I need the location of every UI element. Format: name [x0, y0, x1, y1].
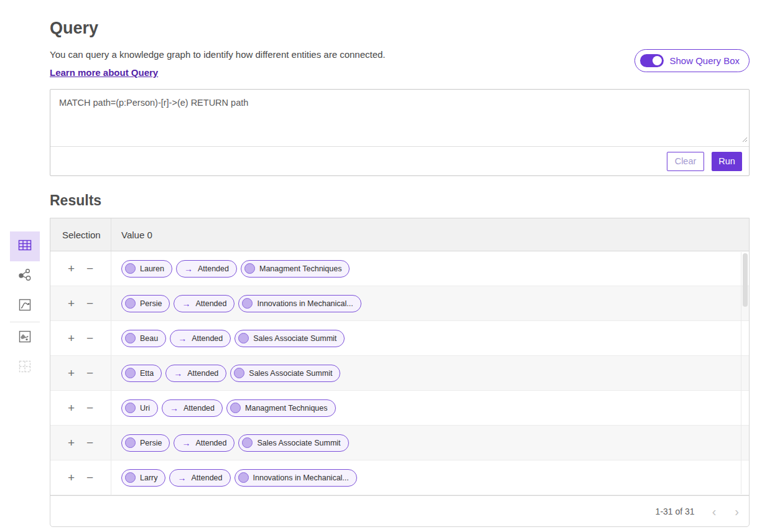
selection-cell: + −: [50, 321, 111, 355]
edge-pill[interactable]: →Attended: [174, 295, 235, 312]
remove-selection-button[interactable]: −: [85, 437, 95, 449]
edge-pill[interactable]: →Attended: [169, 469, 230, 487]
add-selection-button[interactable]: +: [67, 437, 76, 449]
remove-selection-button[interactable]: −: [85, 472, 95, 483]
sidebar-divider: [10, 322, 40, 322]
column-header-selection: Selection: [50, 218, 111, 251]
add-selection-button[interactable]: +: [67, 402, 76, 414]
node-label: Persie: [140, 299, 162, 308]
target-node-pill[interactable]: Sales Associate Summit: [230, 365, 340, 382]
node-label: Persie: [140, 439, 162, 447]
source-node-pill[interactable]: Larry: [121, 469, 165, 487]
toggle-label: Show Query Box: [669, 55, 740, 66]
edge-pill[interactable]: →Attended: [165, 365, 226, 382]
sidebar-item-table-view[interactable]: [10, 231, 40, 261]
edge-label: Attended: [195, 439, 226, 447]
node-label: Beau: [140, 334, 158, 343]
node-icon: [125, 472, 136, 483]
node-icon: [125, 298, 136, 309]
add-selection-button[interactable]: +: [67, 297, 76, 309]
edge-label: Attended: [195, 299, 226, 308]
sidebar-item-layout-view: [10, 353, 40, 383]
next-page-button[interactable]: ›: [735, 505, 739, 518]
path-cell: Etta →Attended Sales Associate Summit: [111, 365, 340, 382]
graph-view-icon: [17, 268, 32, 285]
table-footer: 1-31 of 31 ‹ ›: [50, 495, 749, 527]
intro-text-block: You can query a knowledge graph to ident…: [50, 49, 386, 78]
node-label: Managment Techniques: [259, 264, 342, 273]
previous-page-button[interactable]: ‹: [712, 505, 717, 518]
query-actions: Clear Run: [50, 147, 749, 175]
query-input[interactable]: MATCH path=(p:Person)-[r]->(e) RETURN pa…: [50, 90, 749, 146]
path-cell: Beau →Attended Sales Associate Summit: [111, 330, 345, 347]
table-view-icon: [17, 238, 32, 255]
edge-label: Attended: [192, 334, 223, 343]
page-description: You can query a knowledge graph to ident…: [50, 49, 386, 60]
selection-cell: + −: [50, 391, 111, 425]
target-node-pill[interactable]: Innovations in Mechanical...: [235, 469, 357, 487]
target-node-pill[interactable]: Innovations in Mechanical...: [238, 295, 361, 312]
edge-arrow-icon: →: [182, 439, 190, 447]
remove-selection-button[interactable]: −: [85, 402, 95, 414]
target-node-pill[interactable]: Managment Techniques: [241, 260, 350, 278]
path-cell: Uri →Attended Managment Techniques: [111, 399, 336, 417]
query-editor-wrap: MATCH path=(p:Person)-[r]->(e) RETURN pa…: [50, 90, 749, 147]
add-selection-button[interactable]: +: [67, 332, 76, 344]
node-icon: [125, 368, 136, 378]
table-scrollbar[interactable]: [741, 252, 749, 494]
selection-cell: + −: [50, 251, 111, 286]
edge-pill[interactable]: →Attended: [162, 399, 223, 417]
selection-cell: + −: [50, 460, 111, 495]
node-icon: [234, 368, 244, 378]
edge-pill[interactable]: →Attended: [176, 260, 237, 278]
learn-more-link[interactable]: Learn more about Query: [50, 67, 158, 78]
add-selection-button[interactable]: +: [67, 367, 76, 379]
node-label: Sales Associate Summit: [257, 439, 340, 447]
source-node-pill[interactable]: Uri: [121, 399, 158, 417]
remove-selection-button[interactable]: −: [85, 332, 95, 344]
table-row: + − Larry →Attended Innovations in Mecha…: [50, 460, 749, 495]
main-content: Query You can query a knowledge graph to…: [50, 0, 750, 527]
toggle-switch-icon[interactable]: [640, 54, 664, 67]
source-node-pill[interactable]: Lauren: [121, 260, 172, 278]
source-node-pill[interactable]: Beau: [121, 330, 166, 347]
view-switcher-sidebar: [10, 231, 40, 383]
results-table: Selection Value 0 + − Lauren →Attended M…: [50, 218, 750, 527]
node-icon: [125, 437, 136, 448]
selection-cell: + −: [50, 356, 111, 390]
edge-arrow-icon: →: [182, 299, 190, 308]
target-node-pill[interactable]: Managment Techniques: [226, 399, 336, 417]
edge-pill[interactable]: →Attended: [170, 330, 231, 347]
remove-selection-button[interactable]: −: [85, 297, 95, 309]
sidebar-item-graph-view[interactable]: [10, 261, 40, 291]
target-node-pill[interactable]: Sales Associate Summit: [238, 434, 348, 452]
edge-arrow-icon: →: [170, 404, 179, 413]
add-selection-button[interactable]: +: [67, 263, 76, 274]
edge-pill[interactable]: →Attended: [174, 434, 235, 452]
remove-selection-button[interactable]: −: [85, 263, 95, 274]
page-title: Query: [50, 19, 750, 38]
source-node-pill[interactable]: Persie: [121, 295, 170, 312]
table-row: + − Etta →Attended Sales Associate Summi…: [50, 356, 749, 391]
source-node-pill[interactable]: Persie: [121, 434, 170, 452]
scrollbar-thumb[interactable]: [743, 253, 748, 307]
table-row: + − Persie →Attended Innovations in Mech…: [50, 286, 749, 321]
query-panel: MATCH path=(p:Person)-[r]->(e) RETURN pa…: [50, 89, 750, 176]
clear-button[interactable]: Clear: [667, 152, 704, 171]
resize-handle-icon[interactable]: [741, 133, 747, 144]
show-query-box-toggle[interactable]: Show Query Box: [634, 49, 750, 72]
sidebar-item-chart-view[interactable]: [10, 291, 40, 321]
run-button[interactable]: Run: [712, 152, 742, 171]
layout-view-icon: [17, 359, 32, 376]
add-selection-button[interactable]: +: [67, 472, 76, 483]
node-icon: [242, 437, 253, 448]
remove-selection-button[interactable]: −: [85, 367, 95, 379]
source-node-pill[interactable]: Etta: [121, 365, 162, 382]
node-icon: [238, 472, 249, 483]
target-node-pill[interactable]: Sales Associate Summit: [235, 330, 345, 347]
path-cell: Larry →Attended Innovations in Mechanica…: [111, 469, 357, 487]
sidebar-item-map-view[interactable]: [10, 323, 40, 353]
path-cell: Persie →Attended Innovations in Mechanic…: [111, 295, 361, 312]
edge-label: Attended: [183, 404, 215, 413]
column-header-value: Value 0: [111, 230, 152, 240]
